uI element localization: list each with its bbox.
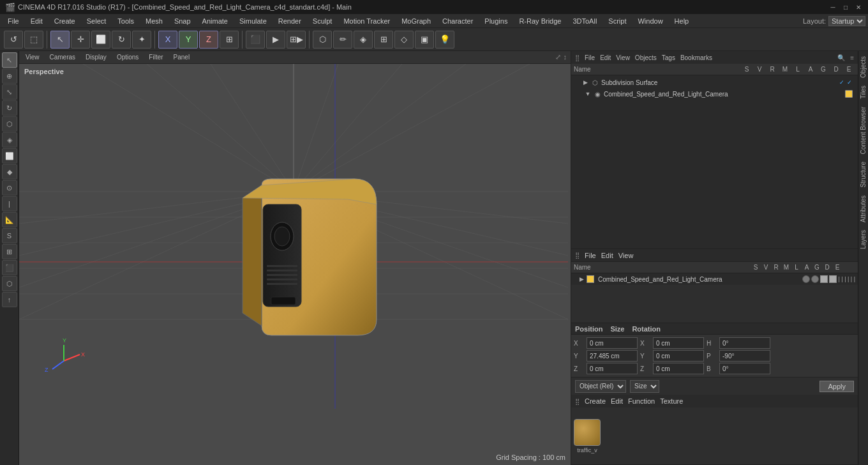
menu-create[interactable]: Create <box>49 16 80 26</box>
tool-extra1[interactable]: ⬡ <box>2 276 17 291</box>
tool-rect-select[interactable]: ⬜ <box>2 148 17 164</box>
tab-objects[interactable]: Objects <box>858 52 868 82</box>
tool-anim[interactable]: ⬛ <box>2 260 17 275</box>
menu-help[interactable]: Help <box>670 16 694 26</box>
coord-rot-b[interactable] <box>719 363 770 374</box>
tool-s[interactable]: S <box>2 228 17 243</box>
coord-size-y[interactable] <box>653 350 704 362</box>
coord-pos-y[interactable] <box>587 350 638 362</box>
menu-sculpt[interactable]: Sculpt <box>308 16 338 26</box>
objects-menu-edit[interactable]: Edit <box>600 54 611 61</box>
objects-menu-view[interactable]: View <box>616 54 630 61</box>
objects-menu-file[interactable]: File <box>585 54 595 61</box>
z-axis-btn[interactable]: Z <box>199 31 218 49</box>
array-btn[interactable]: ⊞ <box>374 31 393 49</box>
layout-select[interactable]: Startup <box>828 16 865 26</box>
render-active-view[interactable]: ▶ <box>266 31 285 49</box>
attrs-obj-row-camera[interactable]: ▶ Combined_Speed_and_Red_Light_Camera | … <box>571 273 858 285</box>
undo-button[interactable]: ↺ <box>4 31 23 49</box>
menu-window[interactable]: Window <box>632 16 668 26</box>
vp-menu-panel[interactable]: Panel <box>171 54 193 61</box>
select-tool[interactable]: ↖ <box>50 31 70 49</box>
menu-plugins[interactable]: Plugins <box>479 16 513 26</box>
coord-pos-x[interactable] <box>587 337 638 349</box>
camera-btn[interactable]: ▣ <box>415 31 434 49</box>
render-settings[interactable]: ⊞▶ <box>287 31 306 49</box>
tool-extra2[interactable]: ↑ <box>2 292 17 307</box>
menu-simulate[interactable]: Simulate <box>234 16 272 26</box>
move-tool[interactable]: ✛ <box>71 31 90 49</box>
attrs-menu-edit[interactable]: Edit <box>601 252 613 259</box>
tool-scale[interactable]: ⤡ <box>2 84 17 100</box>
objects-filter-icon[interactable]: ≡ <box>850 54 854 61</box>
vp-menu-display[interactable]: Display <box>83 54 109 61</box>
objects-search-icon[interactable]: 🔍 <box>837 54 845 61</box>
rotate-tool-circle[interactable]: ↻ <box>112 31 131 49</box>
coord-size-select[interactable]: Size <box>630 380 659 393</box>
tool-move[interactable]: ⊕ <box>2 68 17 84</box>
expand-icon[interactable]: ▶ <box>582 79 588 86</box>
tab-content-browser[interactable]: Content Browser <box>858 103 868 158</box>
tab-attributes[interactable]: Attributes <box>858 192 868 226</box>
menu-mograph[interactable]: MoGraph <box>396 16 436 26</box>
tab-structure[interactable]: Structure <box>858 158 868 192</box>
mats-menu-create[interactable]: Create <box>585 397 606 405</box>
deformer-btn[interactable]: ◇ <box>394 31 414 49</box>
coord-size-z[interactable] <box>653 363 704 374</box>
menu-script[interactable]: Script <box>603 16 631 26</box>
menu-select[interactable]: Select <box>82 16 112 26</box>
coord-size-x[interactable] <box>653 337 704 349</box>
apply-button[interactable]: Apply <box>819 381 854 392</box>
objects-menu-bookmarks[interactable]: Bookmarks <box>680 54 712 61</box>
mats-menu-texture[interactable]: Texture <box>660 397 683 405</box>
menu-3dtoall[interactable]: 3DToAll <box>567 16 602 26</box>
viewport-canvas[interactable]: X Y Z <box>19 64 571 465</box>
world-space-btn[interactable]: ⊞ <box>220 31 239 49</box>
redo-button[interactable]: ⬚ <box>24 31 43 49</box>
subdivide-btn[interactable]: ◈ <box>354 31 373 49</box>
material-traffic[interactable]: traffic_v <box>574 419 601 454</box>
vp-menu-filter[interactable]: Filter <box>146 54 165 61</box>
tab-layers[interactable]: Layers <box>858 226 868 253</box>
menu-mesh[interactable]: Mesh <box>140 16 168 26</box>
scale-tool-box[interactable]: ⬜ <box>91 31 110 49</box>
tool-loop-select[interactable]: ⊙ <box>2 180 17 195</box>
menu-snap[interactable]: Snap <box>169 16 196 26</box>
tool-knife[interactable]: | <box>2 196 17 211</box>
menu-render[interactable]: Render <box>273 16 306 26</box>
attrs-menu-view[interactable]: View <box>618 252 634 259</box>
tool-live-select[interactable]: ◈ <box>2 132 17 148</box>
obj-row-camera[interactable]: ▼ ◉ Combined_Speed_and_Red_Light_Camera <box>572 88 857 100</box>
vp-menu-cameras[interactable]: Cameras <box>47 54 79 61</box>
coord-rot-p[interactable] <box>719 350 770 362</box>
tool-measure[interactable]: 📐 <box>2 212 17 227</box>
vp-menu-view[interactable]: View <box>23 54 42 61</box>
menu-motion-tracker[interactable]: Motion Tracker <box>338 16 395 26</box>
mats-menu-edit[interactable]: Edit <box>611 397 623 405</box>
obj-row-subdivision[interactable]: ▶ ⬡ Subdivision Surface ✓ ✓ <box>572 77 857 88</box>
pen-btn[interactable]: ✏ <box>333 31 352 49</box>
vp-expand-btn[interactable]: ⤢ ↕ <box>555 53 567 61</box>
attrs-menu-file[interactable]: File <box>585 252 596 259</box>
tool-poly-select[interactable]: ◆ <box>2 164 17 179</box>
menu-animate[interactable]: Animate <box>197 16 233 26</box>
add-obj-tool[interactable]: ✦ <box>132 31 151 49</box>
render-region-btn[interactable]: ⬛ <box>246 31 265 49</box>
y-axis-btn[interactable]: Y <box>179 31 198 49</box>
menu-edit[interactable]: Edit <box>26 16 48 26</box>
tool-rotate[interactable]: ↻ <box>2 100 17 116</box>
objects-menu-tags[interactable]: Tags <box>662 54 675 61</box>
maximize-button[interactable]: □ <box>841 3 850 11</box>
cube-btn[interactable]: ⬡ <box>313 31 332 49</box>
tool-layers[interactable]: ⊞ <box>2 244 17 259</box>
menu-character[interactable]: Character <box>437 16 478 26</box>
tool-obj-select[interactable]: ⬡ <box>2 116 17 132</box>
coord-mode-select[interactable]: Object (Rel) <box>575 380 626 393</box>
coord-pos-z[interactable] <box>587 363 638 374</box>
vp-menu-options[interactable]: Options <box>114 54 141 61</box>
tool-cursor[interactable]: ↖ <box>2 52 17 68</box>
mats-menu-function[interactable]: Function <box>628 397 655 405</box>
attrs-expand-icon[interactable]: ▶ <box>578 276 585 282</box>
expand-icon-2[interactable]: ▼ <box>585 91 591 97</box>
coord-rot-h[interactable] <box>719 337 770 349</box>
